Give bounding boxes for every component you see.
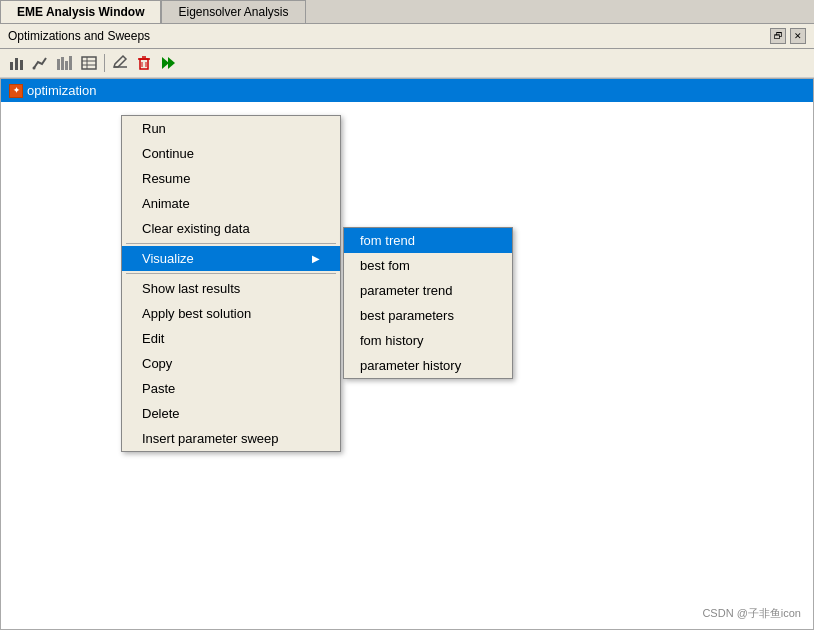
menu-item-show-last[interactable]: Show last results [122, 276, 340, 301]
context-menu: Run Continue Resume Animate Clear existi… [121, 115, 341, 452]
toolbar-icon-2[interactable] [30, 52, 52, 74]
window-header: Optimizations and Sweeps 🗗 ✕ [0, 24, 814, 49]
toolbar-edit-icon[interactable] [109, 52, 131, 74]
submenu-item-best-fom[interactable]: best fom [344, 253, 512, 278]
svg-point-3 [33, 67, 36, 70]
watermark: CSDN @子非鱼icon [702, 606, 801, 621]
submenu-visualize: fom trend best fom parameter trend best … [343, 227, 513, 379]
app-window: EME Analysis Window Eigensolver Analysis… [0, 0, 814, 630]
menu-separator-1 [126, 243, 336, 244]
menu-item-continue[interactable]: Continue [122, 141, 340, 166]
tab-bar: EME Analysis Window Eigensolver Analysis [0, 0, 814, 24]
restore-button[interactable]: 🗗 [770, 28, 786, 44]
svg-rect-1 [15, 58, 18, 70]
menu-item-apply-best[interactable]: Apply best solution [122, 301, 340, 326]
svg-rect-0 [10, 62, 13, 70]
toolbar-icon-1[interactable] [6, 52, 28, 74]
toolbar-icon-3[interactable] [54, 52, 76, 74]
menu-item-edit[interactable]: Edit [122, 326, 340, 351]
window-title: Optimizations and Sweeps [8, 29, 150, 43]
svg-rect-6 [65, 61, 68, 70]
menu-item-insert-sweep[interactable]: Insert parameter sweep [122, 426, 340, 451]
submenu-item-best-parameters[interactable]: best parameters [344, 303, 512, 328]
tree-item-label: optimization [27, 83, 96, 98]
optimization-icon: ✦ [9, 84, 23, 98]
menu-item-delete[interactable]: Delete [122, 401, 340, 426]
menu-item-clear[interactable]: Clear existing data [122, 216, 340, 241]
menu-item-animate[interactable]: Animate [122, 191, 340, 216]
toolbar-icon-4[interactable] [78, 52, 100, 74]
submenu-item-fom-trend[interactable]: fom trend [344, 228, 512, 253]
tab-eme-analysis[interactable]: EME Analysis Window [0, 0, 161, 23]
svg-rect-4 [57, 59, 60, 70]
svg-marker-19 [168, 57, 175, 69]
svg-marker-18 [162, 57, 169, 69]
svg-rect-13 [140, 59, 148, 69]
svg-rect-2 [20, 60, 23, 70]
menu-item-visualize[interactable]: Visualize ▶ [122, 246, 340, 271]
toolbar [0, 49, 814, 78]
menu-item-paste[interactable]: Paste [122, 376, 340, 401]
submenu-item-parameter-trend[interactable]: parameter trend [344, 278, 512, 303]
menu-item-run[interactable]: Run [122, 116, 340, 141]
toolbar-separator-1 [104, 54, 105, 72]
toolbar-run-icon[interactable] [157, 52, 179, 74]
tree-item-optimization[interactable]: ✦ optimization [1, 79, 813, 102]
svg-rect-8 [82, 57, 96, 69]
svg-rect-5 [61, 57, 64, 70]
submenu-item-fom-history[interactable]: fom history [344, 328, 512, 353]
toolbar-delete-icon[interactable] [133, 52, 155, 74]
window-controls: 🗗 ✕ [770, 28, 806, 44]
content-area: ✦ optimization Run Continue Resume Anima… [0, 78, 814, 630]
menu-item-copy[interactable]: Copy [122, 351, 340, 376]
svg-rect-7 [69, 56, 72, 70]
tab-eigensolver[interactable]: Eigensolver Analysis [161, 0, 305, 23]
submenu-arrow-icon: ▶ [312, 253, 320, 264]
menu-item-resume[interactable]: Resume [122, 166, 340, 191]
close-button[interactable]: ✕ [790, 28, 806, 44]
menu-separator-2 [126, 273, 336, 274]
submenu-item-parameter-history[interactable]: parameter history [344, 353, 512, 378]
